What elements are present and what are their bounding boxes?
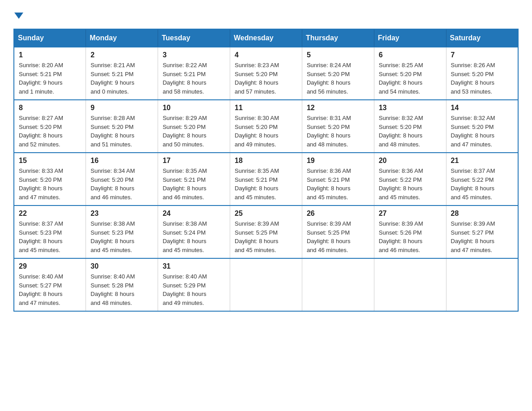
calendar-cell: 16Sunrise: 8:34 AMSunset: 5:20 PMDayligh… bbox=[86, 153, 158, 206]
day-info: Sunrise: 8:40 AMSunset: 5:29 PMDaylight:… bbox=[163, 272, 225, 307]
day-info: Sunrise: 8:39 AMSunset: 5:25 PMDaylight:… bbox=[235, 219, 297, 254]
calendar-cell: 7Sunrise: 8:26 AMSunset: 5:20 PMDaylight… bbox=[446, 47, 518, 100]
calendar-cell: 17Sunrise: 8:35 AMSunset: 5:21 PMDayligh… bbox=[158, 153, 230, 206]
day-number: 13 bbox=[379, 104, 442, 112]
day-info: Sunrise: 8:38 AMSunset: 5:23 PMDaylight:… bbox=[90, 219, 153, 254]
day-info: Sunrise: 8:37 AMSunset: 5:22 PMDaylight:… bbox=[451, 167, 513, 201]
day-info: Sunrise: 8:33 AMSunset: 5:20 PMDaylight:… bbox=[19, 167, 81, 201]
calendar-cell: 25Sunrise: 8:39 AMSunset: 5:25 PMDayligh… bbox=[230, 206, 302, 258]
day-info: Sunrise: 8:37 AMSunset: 5:23 PMDaylight:… bbox=[19, 219, 81, 254]
day-info: Sunrise: 8:39 AMSunset: 5:27 PMDaylight:… bbox=[451, 219, 513, 254]
day-number: 16 bbox=[90, 157, 153, 165]
day-info: Sunrise: 8:38 AMSunset: 5:24 PMDaylight:… bbox=[163, 219, 225, 254]
day-number: 4 bbox=[235, 51, 297, 59]
day-info: Sunrise: 8:28 AMSunset: 5:20 PMDaylight:… bbox=[90, 114, 153, 149]
calendar-week-row: 29Sunrise: 8:40 AMSunset: 5:27 PMDayligh… bbox=[14, 258, 518, 311]
calendar-cell: 10Sunrise: 8:29 AMSunset: 5:20 PMDayligh… bbox=[158, 100, 230, 153]
day-number: 23 bbox=[90, 210, 153, 218]
day-info: Sunrise: 8:27 AMSunset: 5:20 PMDaylight:… bbox=[19, 114, 81, 149]
header-sunday: Sunday bbox=[14, 29, 86, 47]
calendar-cell: 14Sunrise: 8:32 AMSunset: 5:20 PMDayligh… bbox=[446, 100, 518, 153]
calendar-cell: 12Sunrise: 8:31 AMSunset: 5:20 PMDayligh… bbox=[302, 100, 374, 153]
calendar-cell: 21Sunrise: 8:37 AMSunset: 5:22 PMDayligh… bbox=[446, 153, 518, 206]
day-info: Sunrise: 8:32 AMSunset: 5:20 PMDaylight:… bbox=[451, 114, 513, 149]
calendar-week-row: 1Sunrise: 8:20 AMSunset: 5:21 PMDaylight… bbox=[14, 47, 518, 100]
day-number: 17 bbox=[163, 157, 225, 165]
calendar-cell: 5Sunrise: 8:24 AMSunset: 5:20 PMDaylight… bbox=[302, 47, 374, 100]
day-info: Sunrise: 8:35 AMSunset: 5:21 PMDaylight:… bbox=[163, 167, 225, 201]
header-thursday: Thursday bbox=[302, 29, 374, 47]
calendar-cell: 26Sunrise: 8:39 AMSunset: 5:25 PMDayligh… bbox=[302, 206, 374, 258]
calendar-cell: 15Sunrise: 8:33 AMSunset: 5:20 PMDayligh… bbox=[14, 153, 86, 206]
day-number: 19 bbox=[307, 157, 369, 165]
day-info: Sunrise: 8:32 AMSunset: 5:20 PMDaylight:… bbox=[379, 114, 442, 149]
calendar-week-row: 15Sunrise: 8:33 AMSunset: 5:20 PMDayligh… bbox=[14, 153, 518, 206]
calendar-cell: 11Sunrise: 8:30 AMSunset: 5:20 PMDayligh… bbox=[230, 100, 302, 153]
day-info: Sunrise: 8:39 AMSunset: 5:26 PMDaylight:… bbox=[379, 219, 442, 254]
day-number: 31 bbox=[163, 262, 225, 270]
day-number: 29 bbox=[19, 262, 81, 270]
calendar-cell: 27Sunrise: 8:39 AMSunset: 5:26 PMDayligh… bbox=[374, 206, 446, 258]
calendar-cell: 2Sunrise: 8:21 AMSunset: 5:21 PMDaylight… bbox=[86, 47, 158, 100]
day-number: 3 bbox=[163, 51, 225, 59]
day-number: 10 bbox=[163, 104, 225, 112]
calendar-cell bbox=[230, 258, 302, 311]
calendar-cell: 1Sunrise: 8:20 AMSunset: 5:21 PMDaylight… bbox=[14, 47, 86, 100]
page-header bbox=[13, 9, 519, 20]
logo-arrow-icon bbox=[14, 13, 23, 19]
day-info: Sunrise: 8:39 AMSunset: 5:25 PMDaylight:… bbox=[307, 219, 369, 254]
day-number: 22 bbox=[19, 210, 81, 218]
header-saturday: Saturday bbox=[446, 29, 518, 47]
calendar-cell: 18Sunrise: 8:35 AMSunset: 5:21 PMDayligh… bbox=[230, 153, 302, 206]
day-number: 11 bbox=[235, 104, 297, 112]
calendar-cell: 4Sunrise: 8:23 AMSunset: 5:20 PMDaylight… bbox=[230, 47, 302, 100]
calendar-cell bbox=[374, 258, 446, 311]
day-number: 28 bbox=[451, 210, 513, 218]
day-number: 2 bbox=[90, 51, 153, 59]
header-monday: Monday bbox=[86, 29, 158, 47]
day-info: Sunrise: 8:25 AMSunset: 5:20 PMDaylight:… bbox=[379, 61, 442, 96]
day-info: Sunrise: 8:21 AMSunset: 5:21 PMDaylight:… bbox=[90, 61, 153, 96]
calendar-week-row: 22Sunrise: 8:37 AMSunset: 5:23 PMDayligh… bbox=[14, 206, 518, 258]
calendar-cell: 22Sunrise: 8:37 AMSunset: 5:23 PMDayligh… bbox=[14, 206, 86, 258]
day-number: 18 bbox=[235, 157, 297, 165]
header-tuesday: Tuesday bbox=[158, 29, 230, 47]
day-number: 8 bbox=[19, 104, 81, 112]
calendar-cell: 9Sunrise: 8:28 AMSunset: 5:20 PMDaylight… bbox=[86, 100, 158, 153]
day-number: 6 bbox=[379, 51, 442, 59]
day-info: Sunrise: 8:30 AMSunset: 5:20 PMDaylight:… bbox=[235, 114, 297, 149]
day-number: 20 bbox=[379, 157, 442, 165]
day-number: 5 bbox=[307, 51, 369, 59]
day-info: Sunrise: 8:35 AMSunset: 5:21 PMDaylight:… bbox=[235, 167, 297, 201]
calendar-cell bbox=[446, 258, 518, 311]
day-number: 14 bbox=[451, 104, 513, 112]
calendar-cell: 13Sunrise: 8:32 AMSunset: 5:20 PMDayligh… bbox=[374, 100, 446, 153]
calendar-header-row: SundayMondayTuesdayWednesdayThursdayFrid… bbox=[14, 29, 518, 47]
day-number: 12 bbox=[307, 104, 369, 112]
calendar-cell: 6Sunrise: 8:25 AMSunset: 5:20 PMDaylight… bbox=[374, 47, 446, 100]
calendar-cell: 30Sunrise: 8:40 AMSunset: 5:28 PMDayligh… bbox=[86, 258, 158, 311]
calendar-week-row: 8Sunrise: 8:27 AMSunset: 5:20 PMDaylight… bbox=[14, 100, 518, 153]
day-info: Sunrise: 8:26 AMSunset: 5:20 PMDaylight:… bbox=[451, 61, 513, 96]
header-friday: Friday bbox=[374, 29, 446, 47]
calendar-cell: 20Sunrise: 8:36 AMSunset: 5:22 PMDayligh… bbox=[374, 153, 446, 206]
calendar-cell: 19Sunrise: 8:36 AMSunset: 5:21 PMDayligh… bbox=[302, 153, 374, 206]
day-number: 1 bbox=[19, 51, 81, 59]
day-info: Sunrise: 8:40 AMSunset: 5:28 PMDaylight:… bbox=[90, 272, 153, 307]
day-info: Sunrise: 8:22 AMSunset: 5:21 PMDaylight:… bbox=[163, 61, 225, 96]
calendar-cell: 29Sunrise: 8:40 AMSunset: 5:27 PMDayligh… bbox=[14, 258, 86, 311]
calendar-table: SundayMondayTuesdayWednesdayThursdayFrid… bbox=[13, 29, 519, 312]
day-number: 26 bbox=[307, 210, 369, 218]
calendar-cell: 31Sunrise: 8:40 AMSunset: 5:29 PMDayligh… bbox=[158, 258, 230, 311]
day-info: Sunrise: 8:36 AMSunset: 5:22 PMDaylight:… bbox=[379, 167, 442, 201]
calendar-cell bbox=[302, 258, 374, 311]
day-info: Sunrise: 8:20 AMSunset: 5:21 PMDaylight:… bbox=[19, 61, 81, 96]
calendar-cell: 23Sunrise: 8:38 AMSunset: 5:23 PMDayligh… bbox=[86, 206, 158, 258]
day-number: 25 bbox=[235, 210, 297, 218]
day-info: Sunrise: 8:36 AMSunset: 5:21 PMDaylight:… bbox=[307, 167, 369, 201]
day-number: 21 bbox=[451, 157, 513, 165]
logo bbox=[13, 13, 23, 20]
day-info: Sunrise: 8:23 AMSunset: 5:20 PMDaylight:… bbox=[235, 61, 297, 96]
calendar-cell: 28Sunrise: 8:39 AMSunset: 5:27 PMDayligh… bbox=[446, 206, 518, 258]
day-number: 9 bbox=[90, 104, 153, 112]
